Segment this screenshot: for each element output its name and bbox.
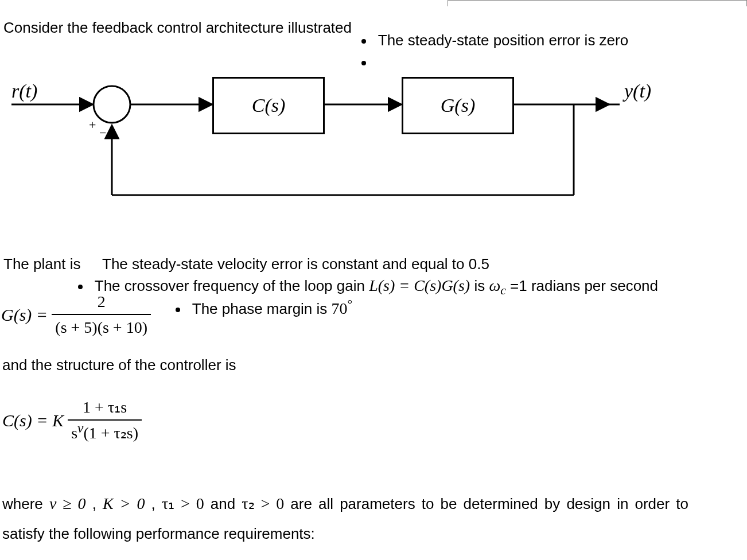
bullet-icon — [176, 308, 180, 312]
block-c-label: C(s) — [252, 91, 286, 119]
sum-plus: + — [89, 116, 96, 134]
bullet-3: The crossover frequency of the loop gain… — [78, 274, 658, 298]
bullet-icon — [78, 285, 83, 289]
bullet-3-mid: is — [474, 277, 489, 294]
controller-intro: and the structure of the controller is — [2, 355, 236, 376]
sep2: , — [151, 495, 162, 512]
param-tau2: τ₂ > 0 — [242, 495, 284, 512]
controller-block: C(s) — [212, 77, 325, 134]
pm-value: 70 — [332, 300, 348, 317]
closing-line-2: satisfy the following performance requir… — [2, 523, 315, 545]
param-k: K > 0 — [103, 495, 145, 512]
bullet-1-text: The steady-state position error is zero — [378, 32, 628, 49]
output-label: y(t) — [624, 77, 651, 105]
plant-equation: G(s) = 2 (s + 5)(s + 10) — [1, 290, 151, 339]
bullet-3-post: =1 radians per second — [510, 277, 658, 294]
g-numer: 2 — [52, 290, 151, 314]
svg-point-1 — [94, 86, 130, 123]
bullet-4-pre: The phase margin is — [192, 300, 332, 317]
block-g-label: G(s) — [441, 91, 475, 119]
c-den-exp: ν — [77, 420, 83, 435]
bullet-icon — [361, 39, 366, 44]
c-lhs: C(s) = K — [2, 411, 64, 430]
omega-sub: c — [500, 283, 506, 297]
sum-minus: − — [99, 124, 106, 142]
omega-c: ω — [489, 277, 500, 294]
closing-line-1: where ν ≥ 0 , K > 0 , τ₁ > 0 and τ₂ > 0 … — [2, 492, 688, 516]
bullet-2-text: The steady-state velocity error is const… — [102, 254, 489, 275]
c-numer: 1 + τ₁s — [68, 396, 142, 419]
closing-where: where — [2, 495, 49, 512]
bullet-1: The steady-state position error is zero — [361, 30, 628, 52]
controller-equation: C(s) = K 1 + τ₁s sν(1 + τ₂s) — [2, 396, 142, 445]
param-tau1: τ₁ > 0 — [162, 495, 204, 512]
g-denom: (s + 5)(s + 10) — [52, 314, 151, 340]
sep1: , — [92, 495, 103, 512]
block-diagram: C(s) G(s) r(t) y(t) + − — [0, 69, 747, 218]
plant-is-text: The plant is — [3, 254, 80, 275]
bullet-4: The phase margin is 70° — [176, 297, 352, 321]
c-denom: sν(1 + τ₂s) — [68, 419, 142, 445]
decorative-box — [448, 0, 747, 6]
plant-block: G(s) — [402, 77, 514, 134]
page: Consider the feedback control architectu… — [0, 0, 747, 560]
closing-tail: are all parameters to be determined by d… — [290, 495, 688, 512]
intro-text: Consider the feedback control architectu… — [3, 17, 352, 39]
g-lhs: G(s) = — [1, 305, 48, 324]
input-label: r(t) — [11, 77, 37, 105]
and-text: and — [211, 495, 242, 512]
loop-gain-expr: L(s) = C(s)G(s) — [369, 277, 470, 294]
c-den-s: s — [71, 424, 77, 442]
c-den-rest: (1 + τ₂s) — [83, 424, 138, 442]
bullet-icon — [361, 61, 366, 65]
degree-symbol: ° — [348, 297, 353, 311]
param-nu: ν ≥ 0 — [49, 495, 86, 512]
